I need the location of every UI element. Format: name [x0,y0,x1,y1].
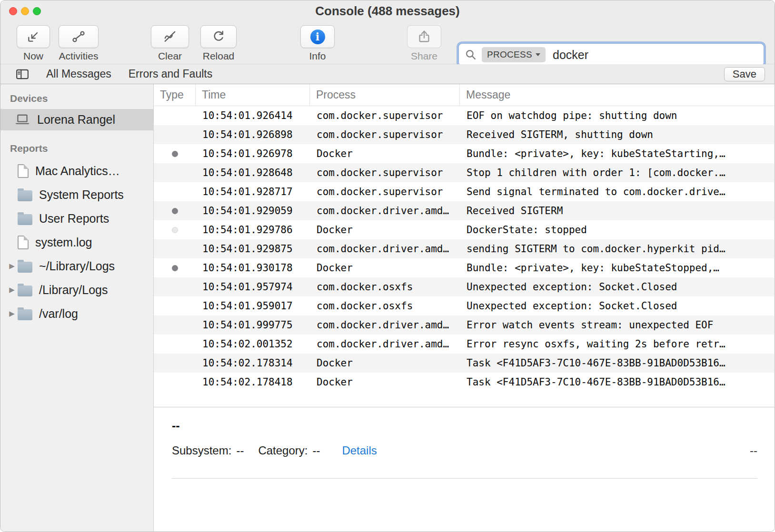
log-message: Unexpected exception: Socket.Closed [460,300,775,312]
sidebar-item[interactable]: ~/Library/Logs [0,254,153,278]
log-message: Bundle: <private>, key: kubeStateStopped… [460,262,775,274]
log-row[interactable]: 10:54:01.926978 Docker Bundle: <private>… [154,144,775,163]
log-row[interactable]: 10:54:02.178418 Docker Task <F41D5AF3-7C… [154,373,775,392]
log-type-cell [154,360,196,366]
log-level-dot [172,170,178,176]
log-time: 10:54:01.929875 [196,243,310,255]
filter-all-messages[interactable]: All Messages [46,68,111,80]
sidebar-item[interactable]: System Reports [0,183,153,207]
log-time: 10:54:01.926978 [196,148,310,159]
window-controls [9,0,41,21]
sidebar-item-label: system.log [35,236,92,249]
log-process: Docker [310,262,460,274]
clear-button[interactable] [151,25,189,48]
save-button[interactable]: Save [724,67,765,81]
log-type-cell [154,265,196,271]
column-header-type[interactable]: Type [154,84,196,106]
log-row[interactable]: 10:54:01.929786 Docker DockerState: stop… [154,220,775,239]
log-row[interactable]: 10:54:01.999775 com.docker.driver.amd… E… [154,315,775,335]
log-type-cell [154,227,196,233]
sidebar-item[interactable]: Mac Analytics… [0,159,153,183]
column-header-process[interactable]: Process [310,84,460,106]
sidebar-item[interactable]: /var/log [0,302,153,325]
reload-icon [211,30,226,44]
search-input-value[interactable]: docker [553,48,588,62]
log-time: 10:54:02.178418 [196,376,310,388]
details-link[interactable]: Details [342,444,377,457]
log-type-cell [154,246,196,252]
reload-label: Reload [203,50,235,62]
disclosure-triangle-icon[interactable] [6,286,18,294]
log-time: 10:54:01.926414 [196,110,310,121]
sidebar-item-label: /Library/Logs [39,283,108,297]
folder-icon [18,262,32,273]
sidebar-toggle-button[interactable] [16,69,29,80]
category-value: -- [312,444,320,457]
activity-nodes-icon [71,30,86,44]
reload-toolbar-item: Reload [200,25,237,62]
now-button[interactable] [17,25,50,48]
log-type-cell [154,113,196,119]
log-row[interactable]: 10:54:01.928717 com.docker.supervisor Se… [154,182,775,201]
log-type-cell [154,379,196,385]
search-field[interactable]: PROCESS docker [458,43,764,66]
devices-section-header: Devices [0,93,153,109]
disclosure-triangle-icon[interactable] [6,262,18,270]
sidebar-item-device[interactable]: Lorena Rangel [0,109,153,130]
document-icon [18,164,29,178]
process-filter-token[interactable]: PROCESS [482,47,546,62]
info-toolbar-item: Info [300,25,335,62]
log-row[interactable]: 10:54:01.929875 com.docker.driver.amd… s… [154,239,775,258]
log-message: Error watch events stream: unexpected EO… [460,319,775,331]
log-level-dot [172,284,178,290]
disclosure-triangle-icon[interactable] [6,309,18,318]
log-time: 10:54:01.926898 [196,129,310,140]
log-level-dot [172,303,178,309]
log-row[interactable]: 10:54:01.926414 com.docker.supervisor EO… [154,106,775,125]
log-process: Docker [310,357,460,369]
log-row[interactable]: 10:54:01.957974 com.docker.osxfs Unexpec… [154,277,775,296]
info-button[interactable] [300,25,335,48]
column-header-time[interactable]: Time [196,84,310,106]
filter-errors-and-faults[interactable]: Errors and Faults [129,68,212,80]
sidebar-item[interactable]: /Library/Logs [0,278,153,302]
log-message: Received SIGTERM [460,205,775,217]
log-row[interactable]: 10:54:01.930178 Docker Bundle: <private>… [154,258,775,277]
log-row[interactable]: 10:54:01.959017 com.docker.osxfs Unexpec… [154,296,775,315]
clear-label: Clear [158,50,182,62]
laptop-icon [14,114,31,126]
share-button[interactable] [407,25,441,48]
log-row[interactable]: 10:54:01.929059 com.docker.driver.amd… R… [154,201,775,220]
log-process: com.docker.driver.amd… [310,205,460,217]
minimize-button[interactable] [21,7,29,15]
column-header-message[interactable]: Message [460,84,775,106]
log-time: 10:54:01.929059 [196,205,310,217]
search-icon [465,49,477,61]
detail-right-value: -- [750,444,757,457]
reload-button[interactable] [200,25,237,48]
log-time: 10:54:01.928717 [196,186,310,197]
subsystem-label: Subsystem: [172,444,231,457]
log-message: Unexpected exception: Socket.Closed [460,281,775,293]
sidebar-item-label: Mac Analytics… [35,164,120,178]
activities-button[interactable] [59,25,99,48]
log-message: EOF on watchdog pipe: shutting down [460,110,775,121]
log-level-dot [172,341,178,347]
sidebar-item[interactable]: User Reports [0,207,153,230]
log-row[interactable]: 10:54:02.178314 Docker Task <F41D5AF3-7C… [154,354,775,373]
close-button[interactable] [9,7,17,15]
log-process: com.docker.osxfs [310,300,460,312]
log-row[interactable]: 10:54:01.926898 com.docker.supervisor Re… [154,125,775,144]
window-title: Console (488 messages) [315,4,459,19]
sidebar: Devices Lorena Rangel Reports Mac Analyt… [0,84,154,532]
zoom-button[interactable] [33,7,41,15]
folder-icon [18,190,32,201]
log-time: 10:54:01.928648 [196,167,310,178]
log-time: 10:54:01.957974 [196,281,310,293]
log-time: 10:54:02.001352 [196,338,310,350]
detail-title: -- [172,419,757,433]
sidebar-item[interactable]: system.log [0,230,153,254]
log-row[interactable]: 10:54:01.928648 com.docker.supervisor St… [154,163,775,182]
share-icon [417,30,431,44]
log-row[interactable]: 10:54:02.001352 com.docker.driver.amd… E… [154,335,775,354]
